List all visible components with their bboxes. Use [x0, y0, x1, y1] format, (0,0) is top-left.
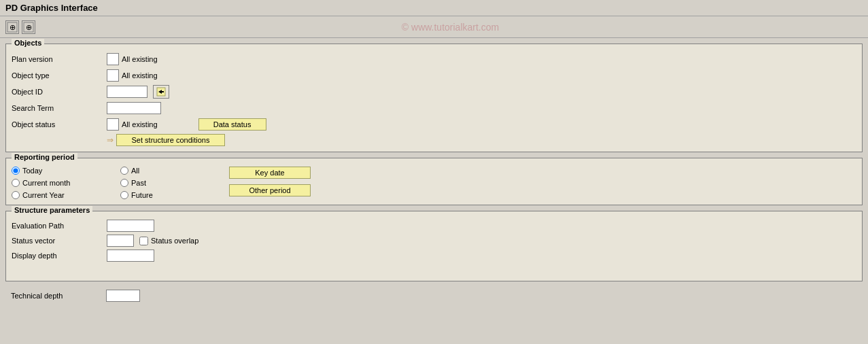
display-depth-row: Display depth — [12, 250, 856, 262]
evaluation-path-input[interactable] — [107, 220, 154, 232]
current-month-radio-item: Current month — [12, 179, 120, 187]
structure-params-title: Structure parameters — [12, 206, 92, 214]
evaluation-path-label: Evaluation Path — [12, 222, 107, 230]
objects-group-content: Plan version All existing Object type Al… — [12, 52, 856, 146]
all-label: All — [131, 167, 139, 175]
technical-depth-input[interactable] — [106, 290, 140, 302]
toolbar-icon-2[interactable]: ⊕ — [22, 20, 35, 34]
objects-group-title: Objects — [12, 39, 44, 47]
all-radio-item: All — [120, 167, 229, 175]
technical-depth-row: Technical depth — [5, 287, 863, 305]
status-overlap-checkbox[interactable] — [139, 237, 148, 245]
search-term-label: Search Term — [12, 104, 107, 112]
future-label: Future — [131, 191, 153, 199]
svg-text:⊕: ⊕ — [10, 23, 16, 31]
display-depth-input[interactable] — [107, 250, 154, 262]
technical-depth-label: Technical depth — [11, 292, 106, 300]
current-year-radio[interactable] — [12, 191, 20, 199]
current-year-label: Current Year — [22, 191, 65, 199]
current-year-radio-item: Current Year — [12, 191, 120, 199]
toolbar-icon-1[interactable]: ⊕ — [5, 20, 19, 34]
object-type-label: Object type — [12, 71, 107, 80]
past-radio[interactable] — [120, 179, 128, 187]
today-label: Today — [22, 167, 42, 175]
watermark: © www.tutorialkart.com — [38, 22, 863, 33]
plan-version-all-existing: All existing — [122, 55, 158, 63]
future-radio-item: Future — [120, 191, 229, 199]
current-month-radio[interactable] — [12, 179, 20, 187]
set-structure-btn[interactable]: Set structure conditions — [116, 134, 225, 146]
period-buttons: Key date Other period — [229, 167, 311, 196]
today-radio[interactable] — [12, 167, 20, 175]
object-id-input[interactable] — [107, 86, 147, 98]
object-id-arrow-btn[interactable] — [153, 85, 169, 99]
today-radio-item: Today — [12, 167, 120, 175]
object-status-row: Object status All existing Data status — [12, 118, 856, 131]
status-overlap-row: Status overlap — [139, 237, 198, 245]
reporting-period-content: Today Current month Current Year — [12, 167, 856, 199]
object-id-label: Object ID — [12, 88, 107, 96]
all-radio[interactable] — [120, 167, 128, 175]
object-status-input[interactable] — [107, 118, 119, 131]
reporting-period-group: Reporting period Today Current month Cur — [5, 158, 863, 205]
structure-params-group: Structure parameters Evaluation Path Sta… — [5, 211, 863, 281]
plan-version-label: Plan version — [12, 55, 107, 63]
reporting-period-title: Reporting period — [12, 153, 77, 161]
app-title: PD Graphics Interface — [5, 3, 98, 13]
future-radio[interactable] — [120, 191, 128, 199]
data-status-btn[interactable]: Data status — [198, 118, 266, 131]
set-structure-row: ⇒ Set structure conditions — [107, 134, 856, 146]
status-vector-label: Status vector — [12, 237, 107, 245]
object-status-label: Object status — [12, 120, 107, 128]
object-status-all-existing: All existing — [122, 120, 158, 128]
search-term-input[interactable] — [107, 102, 161, 114]
svg-text:⊕: ⊕ — [26, 23, 32, 31]
object-type-row: Object type All existing — [12, 69, 856, 82]
other-period-btn[interactable]: Other period — [229, 184, 311, 196]
key-date-btn[interactable]: Key date — [229, 167, 311, 179]
objects-group: Objects Plan version All existing Object… — [5, 44, 863, 152]
search-term-row: Search Term — [12, 101, 856, 115]
current-month-label: Current month — [22, 179, 70, 187]
toolbar: ⊕ ⊕ © www.tutorialkart.com — [0, 16, 868, 38]
title-bar: PD Graphics Interface — [0, 0, 868, 16]
main-content: Objects Plan version All existing Object… — [0, 38, 868, 310]
structure-params-content: Evaluation Path Status vector Status ove… — [12, 220, 856, 275]
plan-version-row: Plan version All existing — [12, 52, 856, 66]
status-vector-row: Status vector Status overlap — [12, 235, 856, 247]
status-overlap-label: Status overlap — [151, 237, 198, 245]
object-type-all-existing: All existing — [122, 71, 158, 80]
past-radio-item: Past — [120, 179, 229, 187]
object-type-input[interactable] — [107, 69, 119, 82]
past-label: Past — [131, 179, 146, 187]
plan-version-input[interactable] — [107, 53, 119, 65]
object-id-row: Object ID — [12, 85, 856, 99]
evaluation-path-row: Evaluation Path — [12, 220, 856, 232]
status-vector-input[interactable] — [107, 235, 134, 247]
display-depth-label: Display depth — [12, 252, 107, 260]
